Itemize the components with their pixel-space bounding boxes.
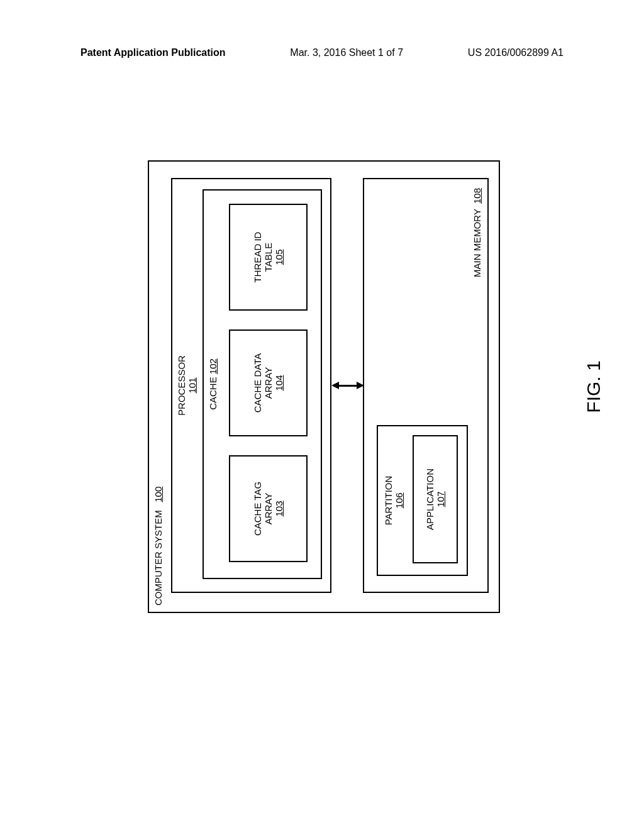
main-memory-label-row: MAIN MEMORY 108	[472, 188, 482, 277]
main-memory-label-text: MAIN MEMORY	[472, 209, 482, 277]
application-box: APPLICATION 107	[413, 435, 458, 563]
figure-caption: FIG. 1	[582, 360, 604, 412]
main-memory-box: MAIN MEMORY 108 PARTITION 106 APPLICATIO…	[363, 178, 489, 593]
cache-tag-array-ref: 103	[274, 501, 284, 516]
partition-box: PARTITION 106 APPLICATION 107	[377, 425, 468, 576]
cache-tag-array-box: CACHE TAG ARRAY 103	[229, 455, 308, 562]
cache-label-row: CACHE 102	[208, 191, 218, 578]
application-ref: 107	[435, 491, 446, 507]
cache-label-text: CACHE	[208, 377, 218, 410]
thread-id-table-ref: 105	[274, 249, 284, 265]
arrow-head-up-icon	[331, 382, 339, 390]
processor-label-row: PROCESSOR 101	[176, 179, 198, 592]
cache-data-array-label2: ARRAY	[263, 367, 274, 399]
cache-ref: 102	[208, 358, 218, 374]
diagram-rotated-container: COMPUTER SYSTEM 100 PROCESSOR 101 CACHE …	[148, 160, 500, 613]
header-pubnumber: US 2016/0062899 A1	[468, 47, 564, 58]
page-header: Patent Application Publication Mar. 3, 2…	[0, 47, 644, 58]
computer-system-label: COMPUTER SYSTEM 100	[153, 487, 164, 606]
cache-tag-array-label2: ARRAY	[263, 493, 274, 525]
main-memory-ref: 108	[472, 188, 482, 204]
figure-area: COMPUTER SYSTEM 100 PROCESSOR 101 CACHE …	[79, 154, 569, 619]
arrow-line-icon	[338, 385, 358, 387]
processor-ref: 101	[187, 179, 197, 592]
application-label-text: APPLICATION	[425, 468, 435, 530]
partition-label-text: PARTITION	[383, 426, 394, 575]
computer-system-box: COMPUTER SYSTEM 100 PROCESSOR 101 CACHE …	[148, 160, 500, 613]
thread-id-table-box: THREAD ID TABLE 105	[229, 204, 308, 311]
thread-id-table-label2: TABLE	[263, 243, 274, 272]
computer-system-label-text: COMPUTER SYSTEM	[153, 510, 164, 606]
partition-ref: 106	[394, 426, 404, 575]
arrow-head-down-icon	[357, 382, 364, 390]
cache-data-array-box: CACHE DATA ARRAY 104	[229, 329, 308, 436]
thread-id-table-label1: THREAD ID	[252, 232, 263, 283]
cache-data-array-ref: 104	[274, 375, 284, 390]
cache-data-array-label1: CACHE DATA	[252, 353, 263, 412]
processor-box: PROCESSOR 101 CACHE 102 CACHE TAG ARRAY …	[171, 178, 331, 593]
header-publication: Patent Application Publication	[80, 47, 226, 58]
computer-system-ref: 100	[153, 487, 164, 502]
cache-tag-array-label1: CACHE TAG	[252, 482, 263, 536]
processor-label-text: PROCESSOR	[176, 179, 187, 592]
header-date-sheet: Mar. 3, 2016 Sheet 1 of 7	[290, 47, 403, 58]
partition-label-row: PARTITION 106	[383, 426, 405, 575]
cache-box: CACHE 102 CACHE TAG ARRAY 103 CACHE DATA…	[203, 189, 322, 579]
